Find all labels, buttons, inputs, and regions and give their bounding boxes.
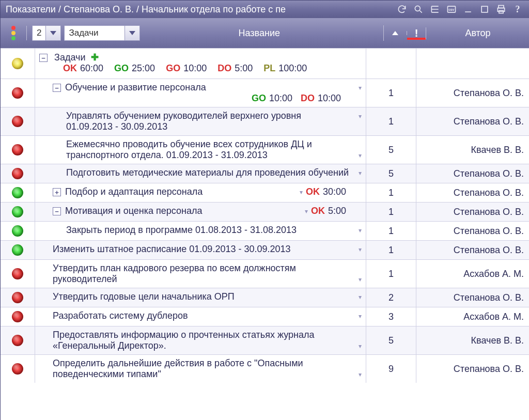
- columns-icon[interactable]: [428, 3, 442, 16]
- status-ball-red: [12, 292, 23, 303]
- status-ball-green: [12, 187, 23, 198]
- status-cell: [1, 326, 35, 354]
- name-cell[interactable]: Предоставлять информацию о прочтенных ст…: [35, 326, 366, 354]
- status-ball-green: [12, 225, 23, 237]
- row-title: Обучение и развитие персонала: [65, 82, 206, 92]
- row-menu-icon[interactable]: ▾: [359, 343, 362, 350]
- type-value: Задачи: [64, 25, 125, 41]
- author-cell: Степанова О. В.: [416, 203, 529, 221]
- csv-export-icon[interactable]: csv: [445, 3, 458, 16]
- name-cell[interactable]: −Обучение и развитие персонала▾GO10:00DO…: [35, 79, 366, 107]
- row-title: Изменить штатное расписание 01.09.2013 -…: [53, 244, 291, 254]
- tree-collapse-button[interactable]: −: [39, 54, 48, 62]
- titlebar: Показатели / Степанова О. В. / Начальник…: [1, 1, 529, 18]
- maximize-icon[interactable]: [478, 3, 491, 16]
- status-cell: [1, 222, 35, 240]
- header-status[interactable]: [1, 26, 27, 40]
- author-cell: [416, 49, 529, 79]
- tree-expand-button[interactable]: +: [53, 188, 61, 196]
- summary-name[interactable]: − Задачи ✚ OK60:00 GO25:00 GO10:00 DO5:0…: [35, 49, 366, 79]
- row-menu-icon[interactable]: ▾: [359, 152, 362, 159]
- row-menu-icon[interactable]: ▾: [359, 84, 362, 91]
- name-cell[interactable]: +Подбор и адаптация персоналаOK30:00▾: [35, 183, 366, 202]
- tree-collapse-button[interactable]: −: [53, 207, 61, 215]
- status-ball-red: [12, 268, 23, 279]
- status-ball-red: [12, 87, 23, 99]
- level-select[interactable]: 2: [32, 25, 61, 41]
- chevron-up-icon: [392, 31, 398, 35]
- tag-go: GO: [252, 93, 266, 103]
- add-icon[interactable]: ✚: [91, 52, 99, 63]
- row-menu-icon[interactable]: ▾: [359, 313, 362, 320]
- table-row: Определить дальнейшие действия в работе …: [1, 354, 529, 383]
- priority-cell: [366, 49, 416, 79]
- author-cell: Квачев В. В.: [416, 326, 529, 354]
- print-icon[interactable]: [494, 3, 508, 16]
- header-author[interactable]: Автор: [426, 28, 529, 39]
- row-menu-icon[interactable]: ▾: [359, 227, 362, 234]
- row-menu-icon[interactable]: ▾: [359, 169, 362, 177]
- level-value: 2: [32, 25, 46, 41]
- priority-cell: 1: [366, 107, 416, 135]
- tag-ok: OK: [63, 63, 77, 73]
- status-ball-red: [12, 144, 23, 155]
- tag-ok: OK: [311, 206, 325, 216]
- traffic-light-icon: [11, 26, 15, 40]
- name-cell[interactable]: Ежемесячно проводить обучение всех сотру…: [35, 136, 366, 164]
- table-row: Предоставлять информацию о прочтенных ст…: [1, 326, 529, 354]
- name-cell[interactable]: Управлять обучением руководителей верхне…: [35, 107, 366, 135]
- status-cell: [1, 164, 35, 183]
- status-ball-red: [12, 116, 23, 127]
- priority-cell: 1: [366, 183, 416, 202]
- name-cell[interactable]: Утвердить годовые цели начальника ОРП▾: [35, 288, 366, 307]
- name-cell[interactable]: Закрыть период в программе 01.08.2013 - …: [35, 222, 366, 240]
- status-cell: [1, 355, 35, 383]
- table-row: Разработать систему дублеров▾3Асхабов А.…: [1, 307, 529, 326]
- help-icon[interactable]: ?: [511, 3, 524, 16]
- chevron-down-icon: [50, 31, 56, 35]
- author-cell: Степанова О. В.: [416, 355, 529, 383]
- name-cell[interactable]: Определить дальнейшие действия в работе …: [35, 355, 366, 383]
- author-cell: Степанова О. В.: [416, 288, 529, 307]
- row-menu-icon[interactable]: ▾: [359, 246, 362, 253]
- tree-collapse-button[interactable]: −: [53, 84, 61, 92]
- status-ball-red: [12, 363, 23, 375]
- row-menu-icon[interactable]: ▾: [300, 189, 303, 196]
- row-menu-icon[interactable]: ▾: [359, 293, 362, 301]
- tag-do: DO: [301, 93, 315, 103]
- status-cell: [1, 307, 35, 326]
- tag-go: GO: [114, 63, 129, 73]
- header-sort[interactable]: [384, 31, 407, 35]
- priority-cell: 1: [366, 79, 416, 107]
- header-name-label[interactable]: Название: [140, 28, 378, 39]
- row-menu-icon[interactable]: ▾: [305, 208, 308, 215]
- type-dropdown-button[interactable]: [125, 25, 140, 41]
- row-menu-icon[interactable]: ▾: [359, 371, 362, 378]
- author-cell: Асхабов А. М.: [416, 260, 529, 288]
- name-cell[interactable]: Изменить штатное расписание 01.09.2013 -…: [35, 241, 366, 259]
- header-priority[interactable]: !: [407, 27, 426, 39]
- refresh-icon[interactable]: [395, 3, 409, 16]
- table-row: Управлять обучением руководителей верхне…: [1, 107, 529, 135]
- name-cell[interactable]: −Мотивация и оценка персоналаOK5:00▾: [35, 203, 366, 221]
- row-menu-icon[interactable]: ▾: [359, 276, 362, 283]
- name-cell[interactable]: Разработать систему дублеров▾: [35, 307, 366, 326]
- priority-cell: 5: [366, 164, 416, 183]
- table-row: Подготовить методические материалы для п…: [1, 164, 529, 183]
- minimize-icon[interactable]: [461, 3, 475, 16]
- row-menu-icon[interactable]: ▾: [359, 113, 362, 120]
- level-dropdown-button[interactable]: [45, 25, 61, 41]
- priority-cell: 1: [366, 260, 416, 288]
- svg-point-0: [415, 6, 420, 11]
- tag-ok: OK: [306, 186, 320, 197]
- type-select[interactable]: Задачи: [64, 25, 140, 41]
- row-title: Разработать систему дублеров: [53, 310, 188, 321]
- search-icon[interactable]: [412, 3, 425, 16]
- author-cell: Степанова О. В.: [416, 222, 529, 240]
- author-cell: Степанова О. В.: [416, 107, 529, 135]
- row-title: Управлять обучением руководителей верхне…: [66, 111, 301, 121]
- svg-text:csv: csv: [448, 8, 454, 11]
- status-cell: [1, 241, 35, 259]
- name-cell[interactable]: Утвердить план кадрового резерва по всем…: [35, 260, 366, 288]
- name-cell[interactable]: Подготовить методические материалы для п…: [35, 164, 366, 183]
